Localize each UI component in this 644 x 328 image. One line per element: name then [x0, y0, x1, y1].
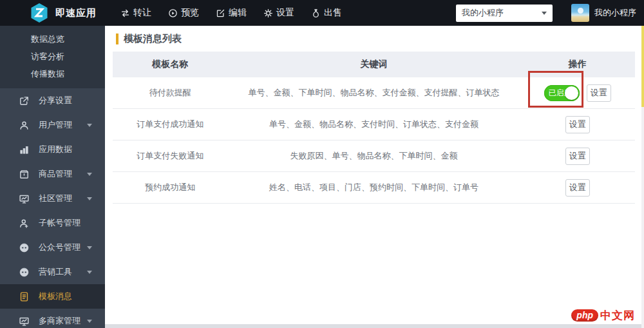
top-menu: 转让 预览 编辑 设置 — [120, 7, 342, 19]
sidebar-item-label: 公众号管理 — [39, 242, 80, 253]
share-icon — [19, 95, 30, 106]
page-title: 模板消息列表 — [124, 33, 182, 45]
chevron-down-icon — [87, 246, 92, 249]
sidebar-item-visitor-analysis[interactable]: 访客分析 — [0, 48, 105, 65]
menu-item-preview[interactable]: 预览 — [168, 7, 199, 19]
menu-label: 预览 — [181, 7, 199, 19]
template-name: 待付款提醒 — [113, 87, 227, 99]
sidebar-item-label: 应用数据 — [39, 144, 72, 155]
sidebar-item-official-account-management[interactable]: 公众号管理 — [0, 235, 105, 260]
php-badge: php — [571, 309, 598, 322]
template-keywords: 姓名、电话、项目、门店、预约时间、下单时间、订单号 — [227, 182, 520, 193]
settings-button[interactable]: 设置 — [587, 84, 611, 102]
scrollbar-thumb[interactable] — [641, 26, 644, 107]
sidebar-item-label: 社区管理 — [39, 193, 72, 204]
community-monitor-icon — [19, 193, 30, 204]
sidebar-item-multi-merchant-management[interactable]: 多商家管理 — [0, 309, 105, 328]
preview-icon — [168, 8, 178, 18]
edit-icon — [216, 8, 225, 18]
sidebar-item-data-overview[interactable]: 数据总览 — [0, 30, 105, 48]
template-name: 订单支付成功通知 — [113, 119, 227, 130]
enabled-toggle[interactable]: 已启用 — [544, 85, 580, 101]
goods-box-icon — [19, 169, 30, 180]
row-actions: 已启用 设置 — [520, 84, 635, 102]
chevron-down-icon — [87, 320, 92, 323]
sidebar-item-label: 分享设置 — [39, 95, 72, 106]
user-icon — [19, 120, 30, 131]
sidebar-item-goods-management[interactable]: 商品管理 — [0, 162, 105, 186]
title-accent-bar — [116, 34, 118, 44]
menu-label: 出售 — [324, 7, 342, 19]
column-header-actions: 操作 — [520, 59, 635, 70]
template-keywords: 失败原因、单号、物品名称、下单时间、金额 — [227, 150, 520, 162]
sell-icon — [311, 8, 321, 18]
sidebar-item-spread-data[interactable]: 传播数据 — [0, 65, 105, 82]
settings-button[interactable]: 设置 — [565, 179, 590, 197]
sidebar-item-community-management[interactable]: 社区管理 — [0, 186, 105, 211]
toggle-knob — [565, 86, 578, 100]
sidebar-item-label: 多商家管理 — [39, 315, 80, 327]
template-message-icon — [19, 291, 30, 302]
sidebar-item-template-message[interactable]: 模板消息 — [0, 284, 105, 309]
table-header-row: 模板名称 关键词 操作 — [113, 52, 635, 77]
chevron-down-icon — [87, 173, 92, 176]
template-message-table: 模板名称 关键词 操作 待付款提醒 单号、金额、下单时间、物品名称、支付金额、支… — [113, 52, 635, 204]
official-account-icon — [19, 242, 30, 253]
topbar: 即速应用 转让 预览 编辑 — [0, 0, 644, 26]
menu-label: 转让 — [133, 7, 151, 19]
chevron-down-icon — [542, 12, 547, 15]
row-actions: 设置 — [520, 179, 635, 197]
sidebar-item-label: 子帐号管理 — [39, 217, 80, 229]
template-keywords: 单号、金额、物品名称、支付时间、订单状态、支付金额 — [227, 119, 520, 130]
topbar-right: 我的小程序 我的小程序 — [456, 4, 636, 22]
table-row: 订单支付失败通知 失败原因、单号、物品名称、下单时间、金额 设置 — [113, 140, 635, 172]
watermark: php 中文网 — [571, 308, 635, 323]
multi-merchant-icon — [19, 316, 30, 327]
table-row: 待付款提醒 单号、金额、下单时间、物品名称、支付金额、支付提醒、订单状态 已启用… — [113, 77, 635, 109]
main-content: 模板消息列表 模板名称 关键词 操作 待付款提醒 单号、金额、下单时间、物品名称… — [105, 26, 644, 328]
sidebar-item-marketing-tools[interactable]: 营销工具 — [0, 260, 105, 284]
horizontal-scrollbar[interactable] — [105, 324, 641, 328]
marketing-icon — [19, 267, 30, 278]
table-row: 预约成功通知 姓名、电话、项目、门店、预约时间、下单时间、订单号 设置 — [113, 172, 635, 204]
sidebar-item-app-data[interactable]: 应用数据 — [0, 137, 105, 162]
menu-item-transfer[interactable]: 转让 — [120, 7, 151, 19]
bar-chart-icon — [19, 144, 30, 155]
vertical-scrollbar[interactable] — [641, 26, 644, 328]
sidebar-item-share-settings[interactable]: 分享设置 — [0, 88, 105, 113]
sidebar-item-label: 商品管理 — [39, 168, 72, 180]
menu-item-sell[interactable]: 出售 — [311, 7, 342, 19]
watermark-text: 中文网 — [600, 308, 635, 323]
brand[interactable]: 即速应用 — [0, 2, 105, 24]
menu-item-edit[interactable]: 编辑 — [216, 7, 247, 19]
account-label: 我的小程序 — [594, 7, 636, 19]
sidebar-item-subaccount-management[interactable]: 子帐号管理 — [0, 211, 105, 235]
row-actions: 设置 — [520, 148, 635, 165]
sidebar-item-label: 用户管理 — [39, 119, 72, 131]
row-actions: 设置 — [520, 116, 635, 133]
sidebar-item-user-management[interactable]: 用户管理 — [0, 113, 105, 137]
avatar[interactable] — [571, 4, 589, 22]
table-row: 订单支付成功通知 单号、金额、物品名称、支付时间、订单状态、支付金额 设置 — [113, 109, 635, 140]
settings-button[interactable]: 设置 — [565, 116, 590, 133]
transfer-icon — [120, 8, 130, 18]
template-name: 订单支付失败通知 — [113, 150, 227, 162]
menu-item-settings[interactable]: 设置 — [263, 7, 294, 19]
user-plus-icon — [19, 218, 30, 229]
mini-program-select[interactable]: 我的小程序 — [456, 5, 553, 22]
chevron-down-icon — [87, 124, 92, 127]
chevron-down-icon — [87, 271, 92, 274]
brand-logo-icon — [30, 2, 49, 24]
sidebar-item-label: 营销工具 — [39, 266, 72, 278]
mini-program-select-value: 我的小程序 — [462, 7, 504, 19]
app-window: 即速应用 转让 预览 编辑 — [0, 0, 644, 328]
chevron-down-icon — [87, 197, 92, 200]
column-header-template-name: 模板名称 — [113, 59, 227, 70]
sidebar-data-group: 数据总览 访客分析 传播数据 — [0, 26, 105, 88]
brand-name: 即速应用 — [55, 7, 97, 19]
settings-icon — [263, 8, 273, 18]
settings-button[interactable]: 设置 — [565, 148, 590, 165]
menu-label: 编辑 — [229, 7, 247, 19]
page-title-row: 模板消息列表 — [105, 26, 644, 52]
sidebar-item-label: 模板消息 — [39, 291, 72, 302]
